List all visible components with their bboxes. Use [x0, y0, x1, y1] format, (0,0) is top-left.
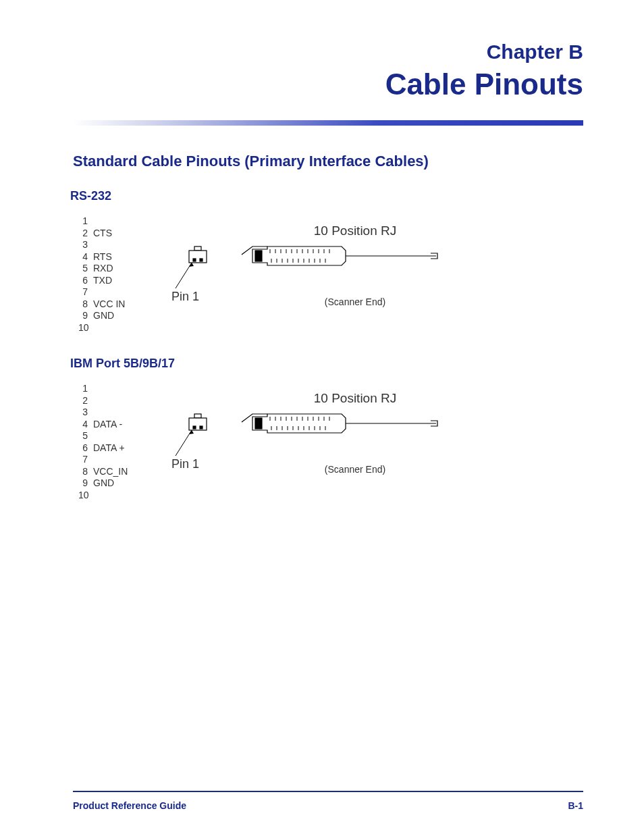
- svg-rect-37: [255, 418, 262, 429]
- pin-sig: TXD: [93, 275, 112, 287]
- pin-num: 10: [78, 490, 93, 502]
- pin-sig: DATA -: [93, 419, 122, 431]
- ibm-heading: IBM Port 5B/9B/17: [70, 357, 583, 371]
- pin-row: 7: [78, 454, 159, 466]
- svg-rect-6: [255, 251, 262, 261]
- pin-sig: DATA +: [93, 442, 125, 454]
- pin-row: 9GND: [78, 310, 159, 322]
- pin1-label: Pin 1: [171, 290, 199, 304]
- svg-rect-0: [194, 246, 201, 251]
- rs232-heading: RS-232: [70, 189, 583, 203]
- pin-row: 10: [78, 490, 159, 502]
- pin-num: 4: [78, 419, 93, 431]
- title-rule: [73, 120, 583, 126]
- ibm-pin-list: 1 2 3 4DATA - 5 6DATA + 7 8VCC_IN 9GND 1…: [78, 383, 159, 501]
- footer-rule: [73, 791, 583, 792]
- pin-sig: VCC IN: [93, 298, 125, 311]
- pin1-label: Pin 1: [171, 457, 199, 471]
- pin-num: 8: [78, 466, 93, 478]
- ibm-block: 1 2 3 4DATA - 5 6DATA + 7 8VCC_IN 9GND 1…: [78, 383, 583, 501]
- rs232-diagram: 10 Position RJ Pin 1: [159, 215, 470, 334]
- pin-sig: VCC_IN: [93, 466, 128, 478]
- pin-sig: RXD: [93, 263, 113, 275]
- section-heading: Standard Cable Pinouts (Primary Interfac…: [73, 153, 583, 170]
- pin-row: 3: [78, 239, 159, 251]
- pin-num: 7: [78, 286, 93, 298]
- page-title: Cable Pinouts: [73, 68, 583, 101]
- pin-row: 10: [78, 322, 159, 334]
- pin-num: 6: [78, 442, 93, 454]
- pin-num: 7: [78, 454, 93, 466]
- svg-marker-36: [189, 430, 194, 434]
- pin-row: 4DATA -: [78, 419, 159, 431]
- pin-sig: RTS: [93, 251, 112, 263]
- pin-num: 10: [78, 322, 93, 334]
- pin-row: 2CTS: [78, 228, 159, 240]
- connector-side-icon: [240, 242, 443, 269]
- pin-row: 8VCC_IN: [78, 466, 159, 478]
- pin-row: 9GND: [78, 477, 159, 490]
- connector-side-icon: [240, 410, 443, 437]
- pin-row: 1: [78, 215, 159, 228]
- pin-row: 4RTS: [78, 251, 159, 263]
- pin-num: 9: [78, 310, 93, 322]
- pin-num: 3: [78, 239, 93, 251]
- svg-rect-2: [193, 259, 196, 261]
- pin-row: 6TXD: [78, 275, 159, 287]
- pin-row: 8VCC IN: [78, 298, 159, 311]
- pin-num: 2: [78, 228, 93, 240]
- connector-title: 10 Position RJ: [240, 391, 470, 406]
- svg-rect-3: [200, 259, 203, 261]
- pin-row: 3: [78, 407, 159, 419]
- pin-num: 2: [78, 395, 93, 407]
- scanner-end-label: (Scanner End): [240, 464, 470, 475]
- rs232-pin-list: 1 2CTS 3 4RTS 5RXD 6TXD 7 8VCC IN 9GND 1…: [78, 215, 159, 334]
- pin-num: 9: [78, 477, 93, 490]
- scanner-end-label: (Scanner End): [240, 296, 470, 307]
- pin-row: 2: [78, 395, 159, 407]
- pin-num: 3: [78, 407, 93, 419]
- page-footer: Product Reference Guide B-1: [73, 800, 583, 811]
- pin-num: 1: [78, 215, 93, 228]
- pin-num: 1: [78, 383, 93, 395]
- pin-row: 5RXD: [78, 263, 159, 275]
- pin-num: 5: [78, 430, 93, 442]
- pin-num: 8: [78, 298, 93, 311]
- footer-guide-name: Product Reference Guide: [73, 800, 186, 811]
- pin-num: 4: [78, 251, 93, 263]
- pin-num: 6: [78, 275, 93, 287]
- svg-rect-1: [189, 251, 207, 263]
- rs232-block: 1 2CTS 3 4RTS 5RXD 6TXD 7 8VCC IN 9GND 1…: [78, 215, 583, 334]
- pin-sig: CTS: [93, 228, 112, 240]
- pin-row: 1: [78, 383, 159, 395]
- pin-row: 5: [78, 430, 159, 442]
- connector-title: 10 Position RJ: [240, 224, 470, 238]
- ibm-diagram: 10 Position RJ Pin 1: [159, 383, 470, 501]
- chapter-label: Chapter B: [73, 41, 583, 63]
- svg-rect-31: [194, 414, 201, 418]
- pin-sig: GND: [93, 310, 114, 322]
- pin-row: 6DATA +: [78, 442, 159, 454]
- pin-num: 5: [78, 263, 93, 275]
- pin-sig: GND: [93, 477, 114, 490]
- pin-row: 7: [78, 286, 159, 298]
- svg-rect-32: [189, 418, 207, 430]
- svg-rect-34: [200, 426, 203, 429]
- svg-rect-33: [193, 426, 196, 429]
- footer-page-number: B-1: [568, 800, 583, 811]
- svg-marker-5: [189, 263, 194, 267]
